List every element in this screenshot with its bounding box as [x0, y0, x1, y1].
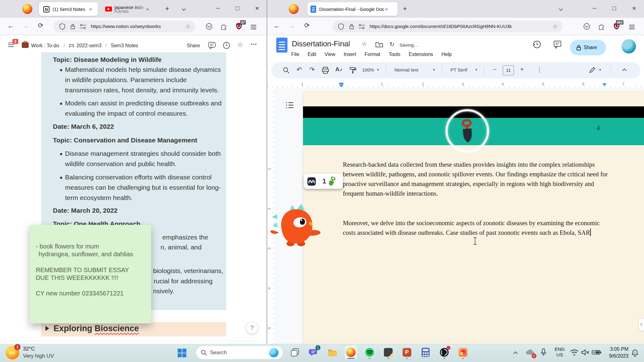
forward-button[interactable]: →: [22, 22, 29, 30]
right-indent-marker[interactable]: [602, 83, 607, 86]
chat-app-button[interactable]: 1: [307, 345, 320, 360]
share-button[interactable]: Share: [187, 43, 200, 49]
tab-sem3-notes[interactable]: N (1) Sem3 Notes ×: [39, 2, 98, 16]
maximize-button[interactable]: □: [612, 5, 616, 12]
spotify-button[interactable]: [363, 345, 376, 360]
tracking-shield-icon[interactable]: [338, 23, 344, 30]
breadcrumb-page[interactable]: Sem3 Notes: [111, 43, 138, 49]
account-avatar[interactable]: [622, 39, 636, 53]
onedrive-icon[interactable]: ✕: [525, 349, 535, 357]
microphone-icon[interactable]: [541, 348, 546, 356]
new-tab-button[interactable]: +: [403, 5, 407, 13]
paragraph[interactable]: Research-backed data collected from thes…: [343, 160, 608, 198]
paragraph[interactable]: Moreover, we delve into the socioeconomi…: [343, 218, 608, 238]
tracking-shield-icon[interactable]: [59, 23, 65, 30]
menu-insert[interactable]: Insert: [344, 52, 356, 57]
pocket-icon[interactable]: [205, 23, 213, 30]
paragraph-style-select[interactable]: Normal text: [394, 67, 418, 72]
toggle-triangle-icon[interactable]: [45, 326, 49, 331]
share-button[interactable]: Share: [570, 40, 606, 55]
reload-button[interactable]: ⟳: [304, 22, 310, 29]
close-window-button[interactable]: ×: [255, 4, 259, 12]
orange-app-button[interactable]: [457, 345, 469, 360]
file-explorer-button[interactable]: [326, 345, 338, 360]
document-title[interactable]: Dissertation-Final: [292, 39, 350, 48]
permissions-icon[interactable]: [80, 24, 86, 30]
menu-file[interactable]: File: [291, 52, 299, 57]
shovel-image[interactable]: [458, 118, 477, 144]
temperature[interactable]: 32°C: [23, 346, 35, 352]
bookmark-star-icon[interactable]: ☆: [553, 23, 558, 30]
document-outline-icon[interactable]: [286, 101, 294, 109]
forward-button[interactable]: →: [289, 22, 295, 30]
maximize-button[interactable]: □: [236, 5, 239, 12]
back-button[interactable]: ←: [7, 22, 14, 30]
font-size-input[interactable]: 11: [503, 65, 514, 75]
breadcrumb-workspace[interactable]: Work : To-do: [31, 43, 59, 49]
redo-icon[interactable]: ↷: [309, 66, 315, 73]
start-button[interactable]: [176, 347, 188, 359]
decrease-font-size-button[interactable]: −: [493, 66, 497, 73]
language-switcher[interactable]: ENG US: [553, 346, 566, 358]
menu-view[interactable]: View: [324, 52, 335, 57]
menu-extensions[interactable]: Extensions: [409, 52, 433, 57]
url-text[interactable]: https://docs.google.com/document/d/18DbP…: [370, 24, 548, 29]
menu-hamburger-icon[interactable]: [251, 24, 256, 30]
style-chevron-icon[interactable]: ▾: [433, 68, 435, 72]
taskbar-clock[interactable]: 3:05 PM 9/6/2023: [604, 346, 628, 360]
pocket-icon[interactable]: [583, 23, 590, 30]
reload-button[interactable]: ⟳: [38, 22, 44, 29]
increase-font-size-button[interactable]: +: [520, 66, 524, 73]
tab-dissertation[interactable]: Dissertation-Final - Google Doc ×: [307, 2, 398, 16]
horizontal-ruler[interactable]: [267, 81, 644, 88]
font-chevron-icon[interactable]: ▾: [475, 68, 477, 72]
close-tab-icon[interactable]: ×: [89, 7, 92, 12]
tab-youtube[interactable]: japanese indie r PLAYING ×: [103, 2, 156, 16]
menu-help[interactable]: Help: [441, 52, 452, 57]
menu-tools[interactable]: Tools: [389, 52, 400, 57]
wifi-icon[interactable]: [570, 349, 579, 356]
permissions-icon[interactable]: [358, 24, 365, 30]
undo-icon[interactable]: ↶: [296, 66, 302, 73]
more-toolbar-options-icon[interactable]: ⋮: [536, 66, 543, 73]
history-clock-icon[interactable]: [223, 42, 230, 49]
weather-description[interactable]: Very high UV: [23, 353, 54, 359]
new-tab-button[interactable]: +: [165, 5, 169, 13]
sticky-notes-button[interactable]: [382, 345, 394, 360]
lock-icon[interactable]: [348, 23, 355, 30]
print-icon[interactable]: [322, 67, 329, 74]
pet-inventory-badge[interactable]: 1: [304, 174, 343, 189]
volume-muted-icon[interactable]: [581, 349, 590, 356]
comments-icon[interactable]: [208, 42, 216, 49]
extensions-puzzle-icon[interactable]: [598, 23, 605, 30]
paint-format-icon[interactable]: [349, 67, 357, 74]
desktop-pet-dino[interactable]: [269, 203, 322, 250]
close-tab-icon[interactable]: ×: [146, 7, 149, 12]
powerpoint-button[interactable]: P: [401, 345, 413, 360]
breadcrumb-folder[interactable]: 2022-sem3: [77, 43, 101, 49]
extensions-puzzle-icon[interactable]: [220, 23, 228, 30]
url-text[interactable]: https://www.notion.so/weyrdworks: [91, 24, 181, 29]
taskbar-search[interactable]: Search: [196, 346, 283, 360]
star-document-icon[interactable]: ☆: [362, 40, 367, 48]
more-options-icon[interactable]: •••: [251, 42, 257, 47]
editing-mode-pencil-icon[interactable]: [589, 67, 596, 73]
menu-format[interactable]: Format: [365, 52, 380, 57]
minimize-button[interactable]: ─: [592, 5, 596, 12]
help-button[interactable]: ?: [246, 322, 258, 334]
zoom-chevron-icon[interactable]: ▾: [377, 68, 379, 72]
ublock-icon[interactable]: 57: [235, 22, 243, 30]
favorite-star-icon[interactable]: ☆: [237, 41, 243, 49]
menu-edit[interactable]: Edit: [308, 52, 316, 57]
lock-icon[interactable]: [70, 23, 76, 30]
sticky-note[interactable]: - book flowers for mum hydrangea, sunflo…: [30, 225, 151, 323]
font-select[interactable]: PT Serif: [450, 67, 467, 72]
back-button[interactable]: ←: [274, 22, 280, 30]
search-menus-icon[interactable]: [282, 67, 290, 74]
spellcheck-icon[interactable]: A✓: [335, 66, 343, 73]
minimize-button[interactable]: ─: [216, 5, 220, 12]
left-indent-marker[interactable]: [339, 85, 343, 87]
bookmark-star-icon[interactable]: ☆: [185, 23, 190, 30]
notification-bell-icon[interactable]: z: [631, 349, 639, 357]
calculator-button[interactable]: [419, 345, 432, 360]
